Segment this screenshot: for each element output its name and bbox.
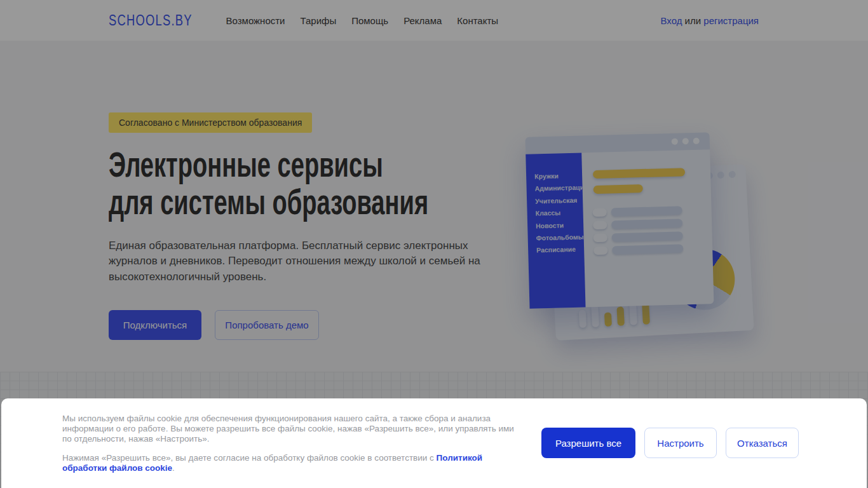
cookie-paragraph-2-text: Нажимая «Разрешить все», вы даете соглас… bbox=[62, 453, 437, 463]
page: SCHOOLS.BY Возможности Тарифы Помощь Рек… bbox=[0, 0, 868, 488]
decline-cookies-button[interactable]: Отказаться bbox=[726, 428, 799, 458]
allow-all-cookies-button[interactable]: Разрешить все bbox=[541, 428, 635, 458]
cookie-paragraph-2-period: . bbox=[172, 463, 175, 473]
cookie-banner: Мы используем файлы cookie для обеспечен… bbox=[1, 398, 867, 488]
cookie-paragraph-1: Мы используем файлы cookie для обеспечен… bbox=[62, 414, 522, 445]
cookie-paragraph-2: Нажимая «Разрешить все», вы даете соглас… bbox=[62, 453, 522, 473]
cookie-buttons: Разрешить все Настроить Отказаться bbox=[541, 428, 799, 458]
configure-cookies-button[interactable]: Настроить bbox=[644, 428, 717, 458]
cookie-text: Мы используем файлы cookie для обеспечен… bbox=[62, 414, 522, 473]
